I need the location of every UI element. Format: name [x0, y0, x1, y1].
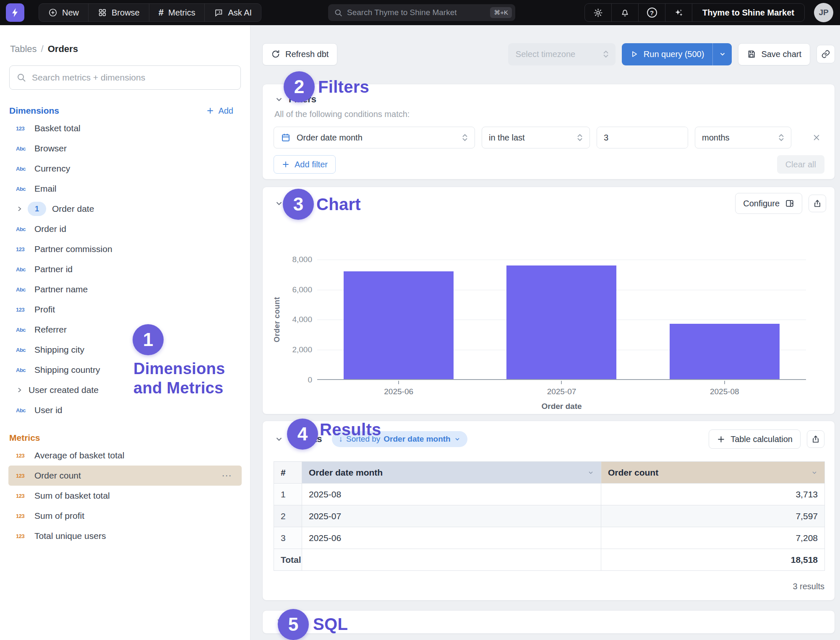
sql-section[interactable]: SQL: [262, 610, 835, 634]
filter-value-input[interactable]: [597, 127, 688, 148]
filters-section-header[interactable]: Filters: [274, 91, 824, 108]
notifications-button[interactable]: [612, 4, 639, 21]
sidebar-item-browser[interactable]: Abc Browser: [0, 138, 250, 159]
sidebar-item-user-id[interactable]: Abc User id: [0, 400, 250, 420]
help-button[interactable]: ?: [639, 4, 665, 21]
number-type-icon: 123: [16, 125, 29, 132]
sidebar-item-sum-of-profit[interactable]: 123 Sum of profit: [0, 506, 250, 526]
x-axis-title: Order date: [317, 402, 806, 411]
settings-button[interactable]: [585, 4, 612, 21]
sidebar-item-partner-name[interactable]: Abc Partner name: [0, 279, 250, 299]
fields-search[interactable]: [9, 65, 241, 90]
run-query-button[interactable]: Run query (500): [622, 43, 732, 65]
column-header-label: Order date month: [309, 468, 383, 478]
breadcrumb-tables-link[interactable]: Tables: [10, 44, 37, 55]
sidebar-item-basket-total[interactable]: 123 Basket total: [0, 118, 250, 138]
ask-ai-chat-icon: [214, 8, 223, 17]
fields-search-input[interactable]: [32, 73, 234, 83]
sidebar-item-sum-of-basket-total[interactable]: 123 Sum of basket total: [0, 486, 250, 506]
filters-section: Filters All of the following conditions …: [262, 84, 835, 180]
user-avatar[interactable]: JP: [814, 3, 833, 22]
filter-field-select[interactable]: Order date month: [274, 127, 475, 148]
bar-series: [317, 260, 806, 379]
sidebar-item-order-count-selected[interactable]: 123 Order count ⋯: [8, 466, 242, 486]
search-icon: [16, 73, 26, 83]
save-chart-button[interactable]: Save chart: [738, 43, 810, 65]
sidebar-item-profit[interactable]: 123 Profit: [0, 299, 250, 320]
sidebar-item-user-created-date[interactable]: User created date: [0, 380, 250, 400]
chevron-down-icon: [719, 50, 726, 58]
chevron-right-icon[interactable]: [274, 617, 284, 627]
filter-operator-select[interactable]: in the last: [482, 127, 590, 148]
total-label-cell: Total: [274, 549, 302, 571]
sidebar-item-partner-id[interactable]: Abc Partner id: [0, 259, 250, 279]
copy-link-button[interactable]: [817, 45, 835, 63]
chevron-down-icon[interactable]: [274, 434, 284, 445]
chevron-down-icon[interactable]: [274, 94, 284, 105]
tick-mark: [724, 381, 725, 384]
field-label: Currency: [34, 164, 70, 174]
results-section-header: Results ↓ Sorted by Order date month Tab…: [274, 429, 824, 449]
sidebar-item-email[interactable]: Abc Email: [0, 179, 250, 199]
run-query-label: Run query (500): [644, 49, 704, 59]
bar-2025-06[interactable]: [344, 271, 454, 379]
sidebar-item-order-date[interactable]: 1 Order date: [0, 199, 250, 219]
sidebar-item-total-unique-users[interactable]: 123 Total unique users: [0, 526, 250, 546]
nav-item-metrics[interactable]: # Metrics: [149, 4, 205, 21]
nav-item-new[interactable]: New: [39, 4, 89, 21]
string-type-icon: Abc: [16, 146, 29, 152]
lightning-bolt-icon: [10, 7, 21, 18]
global-search[interactable]: ⌘+K: [328, 4, 515, 21]
sidebar-item-order-id[interactable]: Abc Order id: [0, 219, 250, 239]
sidebar-item-referrer[interactable]: Abc Referrer: [0, 320, 250, 340]
filter-unit-select[interactable]: months: [695, 127, 791, 148]
org-switcher-button[interactable]: Thyme to Shine Market: [692, 4, 804, 21]
column-header-order-count[interactable]: Order count: [601, 462, 825, 484]
chevron-down-icon: [587, 469, 594, 476]
x-axis-tick: 2025-07: [480, 381, 643, 396]
sidebar-item-partner-commission[interactable]: 123 Partner commission: [0, 239, 250, 259]
ai-sparkles-button[interactable]: [665, 4, 692, 21]
field-label: Basket total: [34, 123, 81, 133]
sorted-by-pill[interactable]: ↓ Sorted by Order date month: [332, 431, 467, 447]
filters-title: Filters: [289, 94, 316, 105]
sidebar-item-average-of-basket-total[interactable]: 123 Average of basket total: [0, 445, 250, 466]
global-search-input[interactable]: [347, 8, 486, 17]
filter-operator-value: in the last: [489, 133, 525, 143]
metrics-header: Metrics: [9, 433, 233, 443]
export-chart-button[interactable]: [809, 195, 826, 212]
string-type-icon: Abc: [16, 186, 29, 192]
filters-footer-row: Add filter Clear all: [274, 155, 824, 174]
timezone-select[interactable]: Select timezone: [508, 43, 616, 65]
sidebar-item-shipping-country[interactable]: Abc Shipping country: [0, 360, 250, 380]
run-query-options-button[interactable]: [712, 43, 732, 65]
nav-item-ask-ai[interactable]: Ask AI: [205, 4, 261, 21]
nav-item-browse[interactable]: Browse: [89, 4, 149, 21]
chevron-down-icon[interactable]: [274, 198, 284, 209]
clear-all-filters-button[interactable]: Clear all: [777, 155, 824, 174]
number-type-icon: 123: [16, 246, 29, 252]
bar-slot: [317, 260, 480, 379]
configure-label: Configure: [743, 199, 780, 208]
sidebar-item-shipping-city[interactable]: Abc Shipping city: [0, 340, 250, 360]
y-axis-tick-label: 4,000: [263, 315, 312, 324]
add-dimension-button[interactable]: Add: [206, 106, 233, 116]
field-options-menu-button[interactable]: ⋯: [222, 470, 232, 481]
table-calculation-button[interactable]: Table calculation: [709, 429, 801, 449]
add-filter-button[interactable]: Add filter: [274, 155, 336, 174]
sidebar-item-currency[interactable]: Abc Currency: [0, 159, 250, 179]
filter-value-field[interactable]: [597, 127, 688, 148]
bar-2025-08[interactable]: [670, 324, 780, 379]
filter-field-value: Order date month: [297, 133, 363, 143]
string-type-icon: Abc: [16, 226, 29, 232]
export-results-button[interactable]: [807, 430, 824, 448]
remove-filter-button[interactable]: [809, 130, 824, 146]
app-logo[interactable]: [6, 3, 24, 22]
configure-chart-button[interactable]: Configure: [735, 193, 802, 214]
timezone-placeholder: Select timezone: [516, 49, 575, 59]
run-query-main[interactable]: Run query (500): [622, 43, 713, 65]
field-label: User id: [34, 405, 63, 415]
refresh-dbt-button[interactable]: Refresh dbt: [262, 43, 337, 65]
bar-2025-07[interactable]: [506, 265, 616, 379]
column-header-order-date-month[interactable]: Order date month: [302, 462, 601, 484]
